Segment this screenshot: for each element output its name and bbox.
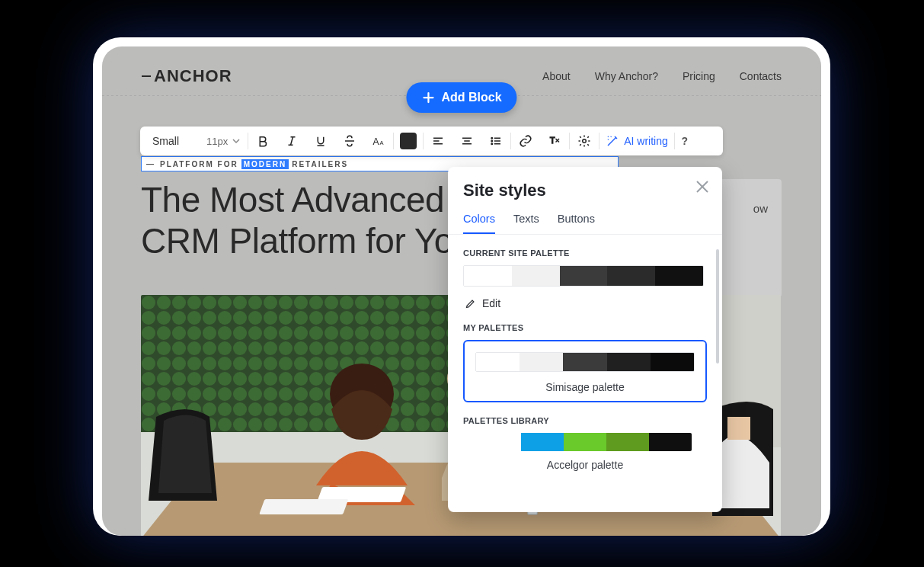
- palette-swatch: [520, 353, 563, 371]
- tab-buttons[interactable]: Buttons: [558, 213, 595, 234]
- palette-swatch: [649, 433, 692, 451]
- svg-text:A: A: [380, 139, 384, 146]
- magic-wand-icon: [606, 134, 619, 148]
- add-block-button[interactable]: Add Block: [406, 82, 516, 113]
- library-palette: [478, 433, 692, 451]
- text-part2: RETAILERS: [292, 160, 348, 168]
- site-styles-panel: Site styles Colors Texts Buttons CURRENT…: [448, 167, 722, 512]
- palette-swatch: [606, 433, 649, 451]
- add-block-label: Add Block: [441, 91, 501, 104]
- palette-swatch: [464, 266, 512, 286]
- color-swatch-icon: [400, 133, 417, 149]
- edit-label: Edit: [482, 297, 500, 309]
- help-button[interactable]: ?: [675, 135, 695, 147]
- strikethrough-button[interactable]: [335, 127, 364, 155]
- palette-swatch: [607, 266, 655, 286]
- underline-button[interactable]: [306, 127, 335, 155]
- scrollbar-thumb[interactable]: [716, 249, 719, 364]
- nav-pricing[interactable]: Pricing: [683, 70, 715, 82]
- logo-text: ANCHOR: [154, 66, 232, 86]
- palette-swatch: [560, 266, 608, 286]
- palette-swatch: [607, 353, 651, 371]
- tab-colors[interactable]: Colors: [463, 213, 495, 234]
- text-size-button[interactable]: AA: [364, 127, 393, 155]
- edit-palette-button[interactable]: Edit: [463, 287, 707, 323]
- svg-point-16: [491, 140, 493, 142]
- ai-writing-button[interactable]: AI writing: [599, 134, 674, 148]
- panel-title: Site styles: [463, 181, 707, 200]
- palette-swatch: [478, 433, 521, 451]
- svg-rect-38: [259, 499, 348, 514]
- library-palette-card[interactable]: Accelgor palette: [463, 433, 707, 471]
- my-palette-name: Simisage palette: [475, 381, 695, 393]
- align-left-button[interactable]: [424, 127, 452, 155]
- align-center-button[interactable]: [452, 127, 481, 155]
- panel-tabs: Colors Texts Buttons: [463, 213, 707, 234]
- nav-contacts[interactable]: Contacts: [740, 70, 782, 82]
- headline-line1: The Most Advanced: [141, 179, 472, 220]
- settings-button[interactable]: [570, 127, 599, 155]
- text-style-value: Small: [152, 135, 179, 147]
- ai-writing-label: AI writing: [624, 135, 668, 147]
- tab-texts[interactable]: Texts: [513, 213, 539, 234]
- page-headline[interactable]: The Most Advanced CRM Platform for You: [141, 179, 472, 262]
- section-current-palette: CURRENT SITE PALETTE: [463, 248, 707, 258]
- canvas: ANCHOR About Why Anchor? Pricing Contact…: [102, 46, 821, 536]
- chevron-down-icon: [232, 137, 240, 145]
- palette-swatch: [651, 353, 694, 371]
- text-highlight: MODERN: [241, 159, 289, 169]
- section-my-palettes: MY PALETTES: [463, 323, 707, 332]
- headline-line2: CRM Platform for You: [141, 220, 472, 261]
- nav-why[interactable]: Why Anchor?: [595, 70, 658, 82]
- my-palette: [475, 352, 695, 372]
- palette-swatch: [564, 433, 606, 451]
- close-icon: [695, 179, 710, 194]
- font-size-value: 11px: [206, 136, 240, 147]
- palette-swatch: [476, 353, 520, 371]
- library-palette-name: Accelgor palette: [463, 459, 707, 471]
- plus-icon: [421, 91, 435, 104]
- current-palette[interactable]: [463, 265, 704, 287]
- svg-rect-36: [727, 417, 750, 440]
- svg-text:A: A: [373, 136, 379, 147]
- svg-point-15: [491, 138, 493, 139]
- palette-swatch: [512, 266, 560, 286]
- dash-icon: —: [146, 160, 155, 168]
- clear-format-button[interactable]: T: [540, 127, 569, 155]
- section-palette-library: PALETTES LIBRARY: [463, 416, 707, 425]
- pencil-icon: [465, 298, 476, 309]
- logo-dash-icon: [142, 75, 151, 77]
- site-logo: ANCHOR: [142, 66, 232, 86]
- svg-point-24: [583, 139, 587, 143]
- text-toolbar: Small 11px AA T A: [140, 127, 723, 155]
- app-frame: ANCHOR About Why Anchor? Pricing Contact…: [93, 37, 830, 536]
- svg-text:T: T: [550, 136, 555, 145]
- link-button[interactable]: [511, 127, 540, 155]
- panel-scrollbar[interactable]: [716, 249, 719, 478]
- site-nav: About Why Anchor? Pricing Contacts: [542, 70, 782, 82]
- cta-fragment: ow: [753, 202, 768, 215]
- list-button[interactable]: [481, 127, 510, 155]
- palette-swatch: [655, 266, 703, 286]
- text-style-select[interactable]: Small 11px: [145, 127, 248, 155]
- text-part1: PLATFORM FOR: [160, 160, 238, 168]
- svg-line-4: [291, 137, 293, 146]
- nav-about[interactable]: About: [542, 70, 571, 82]
- bold-button[interactable]: [248, 127, 277, 155]
- text-color-button[interactable]: [394, 127, 423, 155]
- svg-point-17: [491, 143, 493, 145]
- palette-swatch: [521, 433, 564, 451]
- palette-swatch: [563, 353, 606, 371]
- italic-button[interactable]: [277, 127, 306, 155]
- close-button[interactable]: [695, 179, 710, 197]
- my-palette-card[interactable]: Simisage palette: [463, 340, 707, 402]
